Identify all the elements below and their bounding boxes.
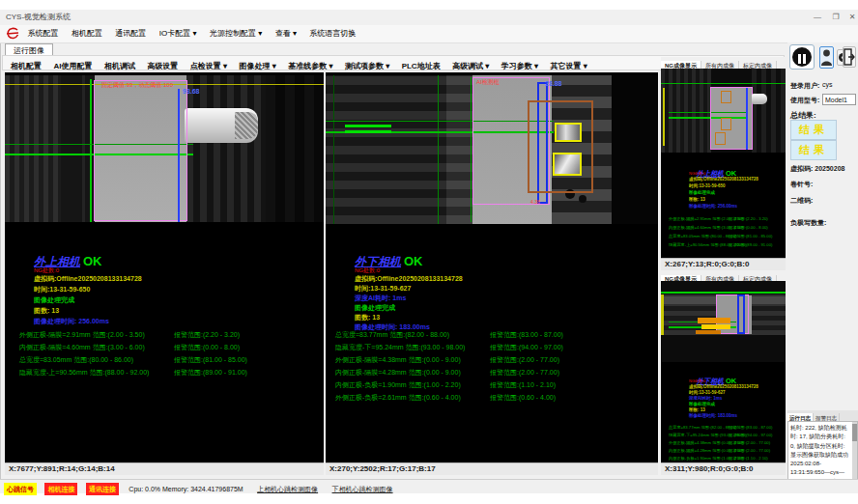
preview-image-lower[interactable] (661, 281, 786, 362)
process-time-label: 图像处理时间: 256.00ms (689, 204, 737, 209)
alarm-range: 报警范围:(89.00 - 91.00) (729, 242, 772, 247)
pixel-readout-upper: X:7677;Y:891;R:14;G:14;B:14 (5, 462, 324, 475)
overlay-green-vline (438, 75, 439, 224)
overlay-red-value: 4.38 (530, 199, 540, 205)
overlay-detect-rect (721, 118, 731, 130)
image-metal-part (752, 94, 767, 104)
log-scrollbar[interactable] (852, 422, 857, 482)
pause-button[interactable] (789, 44, 815, 70)
alarm-range: 报警范围:(2.20 - 3.20) (174, 330, 240, 340)
overlay-blue-value: 28.88 (545, 80, 562, 87)
tool-plc-address[interactable]: PLC地址表 (402, 59, 441, 73)
maximize-button[interactable]: ❐ (828, 10, 844, 25)
ng-count-label: NG处数:0 (689, 171, 705, 176)
overlay-defect-highlight (698, 318, 730, 323)
image-texture (326, 75, 446, 224)
log-scrollbar-thumb[interactable] (852, 424, 857, 441)
time-label: 时间:13-31-59-650 (34, 285, 90, 294)
menu-item-system-config[interactable]: 系统配置 (27, 25, 58, 42)
process-done-label: 图像处理完成 (689, 190, 715, 195)
camera-image-upper[interactable]: 固定阈值:93，动态阈值:100 93.68 (5, 75, 324, 222)
tool-camera-config[interactable]: 相机配置 (11, 59, 42, 73)
measurement-row: 内侧正极-负极=1.90mm 范围:(1.00 - 2.20) 报警范围:(1.… (335, 380, 654, 390)
log-output[interactable]: 耗时: 222, 缺陷检测耗时: 17, 缺陷分类耗时: 0, 缺陷提取分区耗时… (787, 421, 858, 483)
tool-test-params[interactable]: 测试项参数 ▾ (345, 59, 389, 73)
overlay-yellow-strip (661, 294, 664, 335)
overlay-yellow-strip (663, 88, 665, 146)
pixel-readout-preview-upper: X:267;Y:13;R:0;G:0;B:0 (661, 258, 786, 270)
measurement-value: 内侧正极-隔膜=4.60mm 范围:(3.00 - 6.00) (19, 344, 145, 350)
tool-other-settings[interactable]: 其它设置 ▾ (550, 59, 586, 73)
tool-ai-config[interactable]: AI使用配置 (53, 59, 92, 73)
measurement-value: 总宽度=83.05mm 范围:(80.00 - 86.00) (669, 234, 737, 238)
virtual-code-label: 虚拟码:Offline20250208133134728 (34, 274, 142, 284)
frame-count-label: 图数: 13 (689, 407, 705, 412)
overlay-blue-rect (737, 294, 745, 334)
measurement-value: 总宽度=83.77mm 范围:(82.00 - 88.00) (669, 425, 737, 430)
alarm-range: 报警范围:(81.00 - 85.00) (729, 234, 772, 238)
overlay-green-segment (345, 125, 391, 127)
comm-connection-badge: 通讯连接 (86, 483, 119, 495)
menu-item-io-config[interactable]: IO卡配置 ▾ (159, 25, 197, 42)
preview-content: 外上相机OK NG处数:0 虚拟码:Offline202502081331347… (661, 69, 786, 259)
measurement-value: 内侧正极-隔膜=4.28mm 范围:(0.00 - 9.00) (335, 369, 461, 376)
process-done-label: 图像处理完成 (34, 295, 74, 305)
menu-item-comm-config[interactable]: 通讯配置 (115, 25, 146, 42)
result-ok-badge: OK (83, 254, 102, 268)
tool-spot-check[interactable]: 点检设置 ▾ (190, 59, 227, 73)
tool-advanced-debug[interactable]: 高级调试 ▾ (452, 59, 489, 73)
overlay-blue-value: 93.68 (183, 88, 200, 95)
close-button[interactable]: ✕ (844, 10, 858, 25)
user-button[interactable] (819, 46, 834, 69)
needle-number-field: 卷针号: (790, 180, 813, 189)
pixel-readout-lower: X:270;Y:2502;R:17;G:17;B:17 (326, 462, 658, 475)
menu-item-view[interactable]: 查看 ▾ (275, 25, 297, 42)
tool-advanced-settings[interactable]: 高级设置 (147, 59, 178, 73)
measurement-row: 隐藏宽度-上=90.56mm 范围:(88.00 - 92.00) 报警范围:(… (669, 242, 783, 249)
overlay-green-vline (333, 75, 334, 224)
measurement-row: 内侧正极-隔膜=4.60mm 范围:(3.00 - 6.00) 报警范围:(0.… (19, 343, 319, 352)
time-label: 时间:13-31-59-627 (355, 284, 411, 294)
app-root: CYS-视觉检测系统 — ❐ ✕ 系统配置 相机配置 通讯配置 IO卡配置 ▾ … (0, 0, 858, 504)
exit-button[interactable] (843, 46, 856, 68)
minimize-button[interactable]: — (810, 10, 825, 25)
ng-preview-panel-lower: NG成像显示所有内成像标定内成像 外下相机OK NG处数:0 虚拟码 (661, 271, 786, 475)
upper-camera-heartbeat-link[interactable]: 上相机心跳检测图像 (257, 483, 318, 495)
menu-item-language[interactable]: 系统语言切换 (309, 25, 356, 42)
alarm-range: 报警范围:(0.00 - 8.00) (174, 343, 240, 352)
menu-item-camera-config[interactable]: 相机配置 (72, 25, 102, 42)
overlay-detect-rect (715, 132, 726, 145)
image-texture (752, 69, 786, 153)
time-label: 时间:13-31-59-650 (689, 183, 726, 188)
tool-camera-debug[interactable]: 相机调试 (104, 59, 135, 73)
tool-baseline-params[interactable]: 基准线参数 ▾ (288, 59, 332, 73)
lower-camera-heartbeat-link[interactable]: 下相机心跳检测图像 (332, 483, 393, 495)
tool-image-processing[interactable]: 图像处理 ▾ (240, 59, 276, 73)
overlay-defect-rect (555, 123, 582, 142)
alarm-range: 报警范围:(1.10 - 2.10) (490, 380, 556, 390)
alarm-range: 报警范围:(2.20 - 3.20) (729, 216, 768, 221)
overlay-green-hline (661, 83, 786, 84)
result-ok-badge: OK (404, 254, 423, 268)
title-bar: CYS-视觉检测系统 — ❐ ✕ (0, 10, 858, 25)
menu-item-light-config[interactable]: 光源控制配置 ▾ (210, 25, 262, 42)
result-box-lower: 结果 (790, 140, 837, 160)
alarm-range: 报警范围:(81.00 - 85.00) (174, 355, 247, 365)
overlay-defect-rect (553, 153, 582, 176)
alarm-range: 报警范围:(2.00 - 77.00) (490, 355, 559, 365)
qrcode-field: 二维码: (790, 196, 813, 206)
measurement-value: 总宽度=83.05mm 范围:(80.00 - 86.00) (19, 356, 133, 363)
measurement-row: 总宽度=83.05mm 范围:(80.00 - 86.00) 报警范围:(81.… (669, 234, 783, 240)
pause-icon (792, 47, 812, 67)
tool-learning-params[interactable]: 学习参数 ▾ (501, 59, 538, 73)
alarm-range: 报警范围:(94.00 - 97.00) (729, 433, 772, 437)
alarm-range: 报警范围:(2.00 - 77.00) (729, 448, 770, 453)
preview-image-upper[interactable] (661, 69, 786, 153)
measurement-row: 总宽度=83.05mm 范围:(80.00 - 86.00) 报警范围:(81.… (19, 355, 319, 365)
model-select[interactable]: Model1 (822, 94, 856, 105)
measurement-value: 内侧正极-负极=1.90mm 范围:(1.00 - 2.20) (335, 381, 461, 388)
measurement-row: 内侧正极-隔膜=4.28mm 范围:(0.00 - 9.00) 报警范围:(2.… (335, 368, 654, 378)
camera-image-lower[interactable]: AI检测框 28.88 4.38 (326, 75, 658, 224)
overlay-detect-rect (721, 91, 731, 103)
alarm-range: 报警范围:(83.00 - 87.00) (729, 425, 772, 430)
